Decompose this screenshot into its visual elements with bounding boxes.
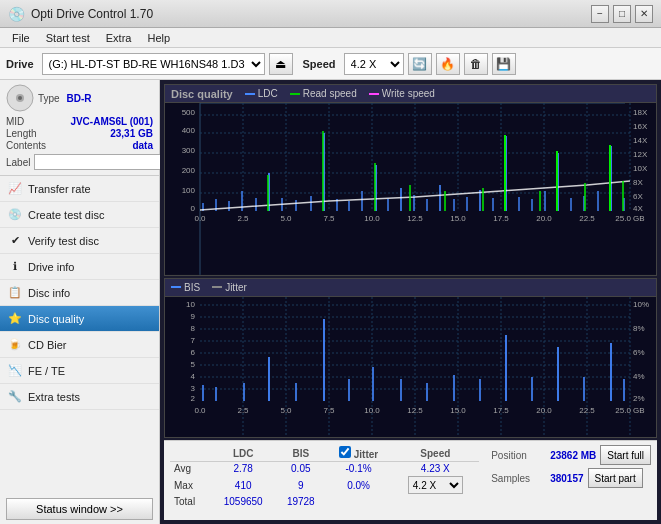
svg-text:100: 100 xyxy=(182,186,196,195)
disc-header: Type BD-R xyxy=(6,84,153,112)
samples-label: Samples xyxy=(491,473,546,484)
nav-disc-info[interactable]: 📋 Disc info xyxy=(0,280,159,306)
svg-rect-133 xyxy=(426,383,428,401)
disc-quality-title: Disc quality xyxy=(171,88,233,100)
top-chart-titlebar: Disc quality LDC Read speed Write speed xyxy=(165,85,656,103)
nav-transfer-rate[interactable]: 📈 Transfer rate xyxy=(0,176,159,202)
start-full-button[interactable]: Start full xyxy=(600,445,651,465)
mid-row: MID JVC-AMS6L (001) xyxy=(6,116,153,127)
svg-text:5.0: 5.0 xyxy=(280,406,292,415)
nav-disc-info-label: Disc info xyxy=(28,287,70,299)
nav-create-test-disc-label: Create test disc xyxy=(28,209,104,221)
svg-text:2.5: 2.5 xyxy=(237,406,249,415)
menu-start-test[interactable]: Start test xyxy=(38,30,98,46)
svg-rect-131 xyxy=(372,367,374,401)
toolbar: Drive (G:) HL-DT-ST BD-RE WH16NS48 1.D3 … xyxy=(0,48,661,80)
menu-help[interactable]: Help xyxy=(139,30,178,46)
disc-info-table: MID JVC-AMS6L (001) Length 23,31 GB Cont… xyxy=(6,116,153,171)
nav-disc-quality[interactable]: ⭐ Disc quality xyxy=(0,306,159,332)
eject-button[interactable]: ⏏ xyxy=(269,53,293,75)
svg-text:0: 0 xyxy=(191,204,196,213)
svg-text:10%: 10% xyxy=(633,300,649,309)
stats-col-label xyxy=(170,445,211,462)
contents-key: Contents xyxy=(6,140,46,151)
start-part-button[interactable]: Start part xyxy=(588,468,643,488)
disc-quality-icon: ⭐ xyxy=(8,312,22,326)
svg-text:8%: 8% xyxy=(633,324,645,333)
svg-text:16X: 16X xyxy=(633,122,648,131)
legend-bis: BIS xyxy=(171,282,200,293)
fe-te-icon: 📉 xyxy=(8,364,22,378)
nav-cd-bier[interactable]: 🍺 CD Bier xyxy=(0,332,159,358)
contents-value: data xyxy=(132,140,153,151)
create-test-disc-icon: 💿 xyxy=(8,208,22,222)
stats-col-bis: BIS xyxy=(276,445,326,462)
mid-value: JVC-AMS6L (001) xyxy=(70,116,153,127)
disc-section: Type BD-R MID JVC-AMS6L (001) Length 23,… xyxy=(0,80,159,176)
minimize-button[interactable]: − xyxy=(591,5,609,23)
stats-table: LDC BIS Jitter Speed Avg 2.78 xyxy=(170,445,479,508)
close-button[interactable]: ✕ xyxy=(635,5,653,23)
contents-row: Contents data xyxy=(6,140,153,151)
svg-rect-49 xyxy=(241,191,243,211)
svg-rect-134 xyxy=(453,375,455,401)
total-label: Total xyxy=(170,495,211,508)
svg-rect-135 xyxy=(479,379,481,401)
svg-rect-61 xyxy=(400,188,402,211)
window-title: Opti Drive Control 1.70 xyxy=(31,7,591,21)
svg-text:12X: 12X xyxy=(633,150,648,159)
total-speed xyxy=(391,495,479,508)
refresh-button[interactable]: 🔄 xyxy=(408,53,432,75)
window-controls: − □ ✕ xyxy=(591,5,653,23)
speed-select-stats[interactable]: 4.2 X xyxy=(408,476,463,494)
stats-table-container: LDC BIS Jitter Speed Avg 2.78 xyxy=(164,441,485,520)
svg-text:9: 9 xyxy=(191,312,196,321)
speed-select[interactable]: 4.2 X xyxy=(344,53,404,75)
nav-verify-test-disc-label: Verify test disc xyxy=(28,235,99,247)
svg-text:7: 7 xyxy=(191,336,196,345)
drive-select[interactable]: (G:) HL-DT-ST BD-RE WH16NS48 1.D3 xyxy=(42,53,265,75)
menu-extra[interactable]: Extra xyxy=(98,30,140,46)
svg-text:18X: 18X xyxy=(633,108,648,117)
nav-extra-tests[interactable]: 🔧 Extra tests xyxy=(0,384,159,410)
svg-rect-70 xyxy=(518,197,520,211)
status-window-button[interactable]: Status window >> xyxy=(6,498,153,520)
nav-fe-te[interactable]: 📉 FE / TE xyxy=(0,358,159,384)
svg-text:400: 400 xyxy=(182,126,196,135)
nav-transfer-rate-label: Transfer rate xyxy=(28,183,91,195)
svg-text:7.5: 7.5 xyxy=(323,406,335,415)
nav-drive-info[interactable]: ℹ Drive info xyxy=(0,254,159,280)
svg-text:10X: 10X xyxy=(633,164,648,173)
svg-rect-91 xyxy=(165,297,656,437)
position-row: Position 23862 MB Start full xyxy=(491,445,651,465)
bottom-chart-titlebar: BIS Jitter xyxy=(165,279,656,297)
svg-rect-60 xyxy=(387,199,389,211)
burn-button[interactable]: 🔥 xyxy=(436,53,460,75)
svg-text:17.5: 17.5 xyxy=(493,406,509,415)
svg-text:6%: 6% xyxy=(633,348,645,357)
svg-rect-129 xyxy=(323,319,325,401)
svg-rect-130 xyxy=(348,379,350,401)
maximize-button[interactable]: □ xyxy=(613,5,631,23)
nav-extra-tests-label: Extra tests xyxy=(28,391,80,403)
menu-file[interactable]: File xyxy=(4,30,38,46)
erase-button[interactable]: 🗑 xyxy=(464,53,488,75)
legend-jitter: Jitter xyxy=(212,282,247,293)
svg-text:500: 500 xyxy=(182,108,196,117)
jitter-checkbox[interactable] xyxy=(339,446,351,458)
nav-cd-bier-label: CD Bier xyxy=(28,339,67,351)
label-input[interactable] xyxy=(34,154,167,170)
type-value: BD-R xyxy=(66,93,91,104)
svg-text:4X: 4X xyxy=(633,204,643,213)
svg-point-2 xyxy=(18,96,22,100)
bottom-chart: BIS Jitter xyxy=(164,278,657,438)
save-button[interactable]: 💾 xyxy=(492,53,516,75)
svg-rect-140 xyxy=(610,343,612,401)
svg-text:10: 10 xyxy=(186,300,195,309)
nav-drive-info-label: Drive info xyxy=(28,261,74,273)
svg-text:25.0 GB: 25.0 GB xyxy=(615,214,644,223)
svg-rect-57 xyxy=(348,201,350,211)
nav-verify-test-disc[interactable]: ✔ Verify test disc xyxy=(0,228,159,254)
svg-text:0.0: 0.0 xyxy=(194,406,206,415)
nav-create-test-disc[interactable]: 💿 Create test disc xyxy=(0,202,159,228)
